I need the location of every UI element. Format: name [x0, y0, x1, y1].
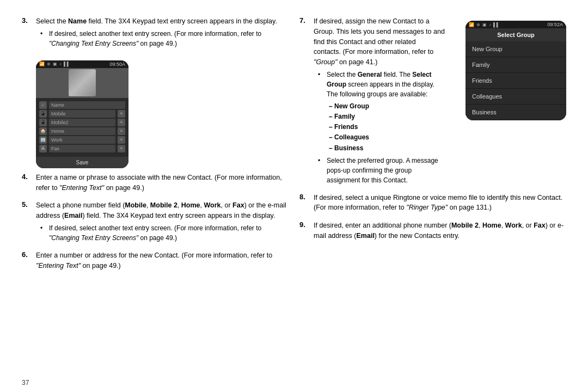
step-6-text: Enter a number or address for the new Co…	[36, 250, 289, 273]
dash-friends: – Friends	[320, 122, 445, 132]
phone-left-status-bar: 📶 ⊕ ▣ ♪ ▌▌ 09:50A	[36, 60, 128, 68]
field-bar-work: Work	[49, 136, 115, 144]
step-7: 7. If desired, assign the new Contact to…	[299, 16, 445, 187]
group-item-business[interactable]: Business	[465, 105, 566, 120]
field-bar-name: Name	[49, 101, 125, 109]
field-bar-home: Home	[49, 127, 115, 135]
step-6-number: 6.	[22, 250, 32, 259]
step-7-text: If desired, assign the new Contact to a …	[314, 16, 445, 187]
step-3-number: 3.	[22, 16, 32, 24]
phone-field-name: ☺ Name	[39, 101, 125, 109]
step-8: 8. If desired, select a unique Ringtone …	[299, 193, 566, 216]
photo-placeholder	[69, 69, 96, 96]
phone-left-fields: ☺ Name 📱 Mobile ≡ 📱 Mobile2 ≡ 🏠 Home ≡	[36, 98, 128, 156]
field-edit-work[interactable]: ≡	[118, 136, 125, 144]
field-edit-fax[interactable]: ≡	[118, 145, 125, 152]
step-7-dash-list: – New Group – Family – Friends	[320, 101, 445, 154]
field-bar-mobile2: Mobile2	[49, 119, 115, 126]
step-4-text: Enter a name or phrase to associate with…	[36, 173, 289, 195]
phone-mockup-right: 📶 ⊕ ▣ ♪ ▌▌ 09:52A Select Group New Group…	[465, 21, 566, 120]
phone-right-status-bar: 📶 ⊕ ▣ ♪ ▌▌ 09:52A	[465, 21, 566, 28]
step-7-italic: "Group"	[314, 58, 338, 66]
step-9-text: If desired, enter an additional phone nu…	[314, 220, 566, 243]
field-icon-home: 🏠	[39, 127, 47, 135]
field-edit-home[interactable]: ≡	[118, 127, 125, 135]
step-5-italic: "Changing Text Entry Screens"	[49, 234, 138, 242]
step-8-italic: "Ringer Type"	[406, 204, 448, 211]
step-7-bullet1: • Select the General field. The Select G…	[318, 70, 445, 99]
group-item-colleagues[interactable]: Colleagues	[465, 89, 566, 105]
step-4-number: 4.	[22, 173, 32, 181]
step-7-bullet2: • Select the preferred group. A message …	[318, 156, 445, 185]
step-8-text: If desired, select a unique Ringtone or …	[314, 193, 566, 216]
field-icon-mobile: 📱	[39, 110, 47, 118]
field-icon-fax: 🖷	[39, 145, 47, 152]
phone-field-work: 🏢 Work ≡	[39, 136, 125, 144]
step-5-number: 5.	[22, 200, 32, 209]
step-3-italic: "Changing Text Entry Screens"	[49, 40, 138, 47]
left-column: 3. Select the Name field. The 3X4 Keypad…	[22, 16, 289, 366]
phone-field-home: 🏠 Home ≡	[39, 127, 125, 135]
phone-mockup-left: 📶 ⊕ ▣ ♪ ▌▌ 09:50A ☺ Name 📱 Mobile	[36, 60, 128, 168]
phone-left-time: 09:50A	[109, 62, 125, 67]
group-item-family[interactable]: Family	[465, 57, 566, 73]
step-7-number: 7.	[299, 16, 309, 24]
step-7-section: 7. If desired, assign the new Contact to…	[299, 16, 566, 193]
phone-save-button[interactable]: Save	[36, 157, 128, 168]
step-5-text: Select a phone number field (Mobile, Mob…	[36, 200, 289, 245]
phone-field-mobile: 📱 Mobile ≡	[39, 110, 125, 118]
phone-left-photo	[36, 68, 128, 98]
step-4-italic: "Entering Text"	[59, 184, 104, 192]
page-footer: 37	[0, 377, 588, 392]
field-bar-mobile: Mobile	[49, 110, 115, 118]
field-edit-mobile[interactable]: ≡	[118, 110, 125, 118]
step-9-number: 9.	[299, 220, 309, 229]
step-7-content: 7. If desired, assign the new Contact to…	[299, 16, 445, 193]
step-4: 4. Enter a name or phrase to associate w…	[22, 173, 289, 195]
field-bar-fax: Fax	[49, 145, 115, 152]
field-icon-name: ☺	[39, 101, 47, 109]
dash-business: – Business	[320, 143, 445, 154]
step-6: 6. Enter a number or address for the new…	[22, 250, 289, 273]
dash-family: – Family	[320, 112, 445, 122]
select-group-header: Select Group	[465, 28, 566, 41]
step-5: 5. Select a phone number field (Mobile, …	[22, 200, 289, 245]
field-icon-work: 🏢	[39, 136, 47, 144]
phone-right-time: 09:52A	[547, 22, 563, 27]
page-number: 37	[22, 379, 29, 387]
step-3: 3. Select the Name field. The 3X4 Keypad…	[22, 16, 289, 51]
group-item-friends[interactable]: Friends	[465, 73, 566, 89]
step-9: 9. If desired, enter an additional phone…	[299, 220, 566, 243]
dash-new-group: – New Group	[320, 101, 445, 112]
step-6-italic: "Entering Text"	[36, 262, 81, 270]
field-icon-mobile2: 📱	[39, 119, 47, 126]
right-column: 7. If desired, assign the new Contact to…	[299, 16, 566, 366]
step-8-number: 8.	[299, 193, 309, 201]
group-item-new-group[interactable]: New Group	[465, 41, 566, 57]
step-3-bold-name: Name	[68, 17, 87, 25]
phone-field-fax: 🖷 Fax ≡	[39, 145, 125, 152]
field-edit-mobile2[interactable]: ≡	[118, 119, 125, 126]
phone-field-mobile2: 📱 Mobile2 ≡	[39, 119, 125, 126]
step-5-bullet: • If desired, select another text entry …	[40, 223, 289, 243]
step-3-bullet: • If desired, select another text entry …	[40, 29, 289, 48]
dash-colleagues: – Colleagues	[320, 132, 445, 143]
step-3-text: Select the Name field. The 3X4 Keypad te…	[36, 16, 289, 51]
